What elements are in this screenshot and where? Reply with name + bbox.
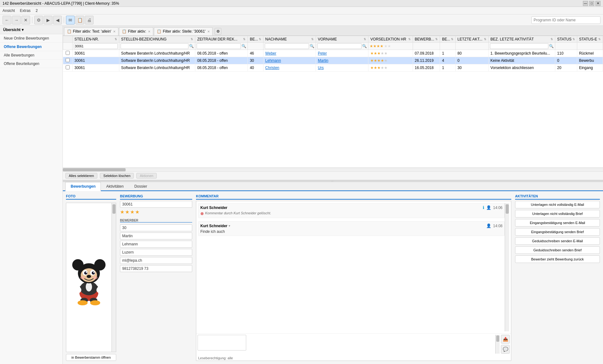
stop-button[interactable]: ✕: [21, 16, 30, 24]
col-stellen-nr[interactable]: STELLEN-NR.⇅: [73, 36, 119, 43]
filter-bez-letzte-input[interactable]: [490, 43, 548, 49]
aktivitaet-btn-3[interactable]: Eingangsbestätigung senden Brief: [515, 228, 600, 236]
kommentar-scroll-area: Kurt Schneider ℹ 👤 14:06 ⊗: [196, 201, 511, 333]
filter-bezeichnung-input[interactable]: [121, 43, 189, 49]
sidebar-item-online[interactable]: Neue Online Bewerbungen: [0, 34, 62, 43]
col-zeitraum[interactable]: ZEITRAUM DER REK...⇅: [195, 36, 248, 43]
menu-2[interactable]: 2: [35, 8, 38, 13]
row2-checkbox-cell[interactable]: [63, 64, 73, 72]
detail-tab-dossier[interactable]: Dossier: [129, 182, 153, 190]
aktionen-button[interactable]: Aktionen: [136, 173, 157, 179]
row2-vorname[interactable]: Urs: [316, 64, 368, 72]
sidebar-item-alle[interactable]: Alle Bewerbungen: [0, 51, 62, 60]
global-search-input[interactable]: [531, 16, 600, 24]
filter-nachname-input[interactable]: [265, 43, 309, 49]
filter-tab-close-2[interactable]: ✕: [207, 30, 210, 33]
action-bar: Alles selektieren Selektion löschen Akti…: [63, 171, 603, 180]
col-status-e[interactable]: STATUS-E⇅: [577, 36, 603, 43]
prev-button[interactable]: ◀: [53, 16, 62, 24]
filter-settings-button[interactable]: ⚙: [215, 28, 221, 35]
filter-vorname-search-icon[interactable]: 🔍: [362, 44, 367, 49]
close-button[interactable]: ✕: [595, 1, 600, 6]
sidebar-header[interactable]: Übersicht ▾: [0, 26, 62, 34]
clipboard-button[interactable]: 📋: [75, 16, 84, 24]
forward-button[interactable]: →: [12, 16, 21, 24]
minimize-button[interactable]: —: [583, 1, 588, 6]
filter-zeitraum-search-icon[interactable]: 🔍: [242, 44, 246, 49]
filter-bez-search-icon[interactable]: 🔍: [549, 44, 554, 49]
comment-reply-button[interactable]: 💬: [501, 345, 510, 354]
comment-author-1: Kurt Schneider: [200, 224, 227, 228]
row0-vorname[interactable]: Peter: [316, 50, 368, 57]
table-hscrollbar[interactable]: [63, 168, 603, 171]
filter-tab-2[interactable]: 📋 Filter aktiv: Stelle: '30061' ✕: [154, 27, 213, 35]
comment-expand-icon-1[interactable]: ▾: [229, 224, 230, 228]
aktivitaet-btn-5[interactable]: Geduidsschreiben senden Brief: [515, 246, 600, 254]
comment-action-buttons: 📤 💬: [501, 335, 510, 354]
menu-ansicht[interactable]: Ansicht: [3, 8, 15, 13]
col-letzte-akt[interactable]: LETZTE AKT...⇅: [455, 36, 488, 43]
col-status[interactable]: STATUS⇅: [555, 36, 577, 43]
comment-input-scrollbar[interactable]: [495, 335, 500, 354]
main-layout: Übersicht ▾ Neue Online Bewerbungen Offe…: [0, 26, 603, 364]
svg-line-9: [81, 285, 84, 288]
aktivitaet-btn-4[interactable]: Geduidsschreiben senden E-Mail: [515, 237, 600, 245]
col-bez-letzte[interactable]: BEZ. LETZTE AKTIVITÄT⇅: [488, 36, 555, 43]
comment-send-button[interactable]: 📤: [501, 335, 510, 344]
filter-bezeichnung-search-icon[interactable]: 🔍: [189, 44, 194, 49]
filter-vorname-input[interactable]: [317, 43, 361, 49]
back-button[interactable]: ←: [3, 16, 11, 24]
row1-vorname[interactable]: Martin: [316, 57, 368, 64]
filter-zeitraum-input[interactable]: [197, 43, 241, 49]
col-be[interactable]: BE...⇅: [248, 36, 263, 43]
col-vorselektion[interactable]: VORSELEKTION HR⇅: [368, 36, 413, 43]
aktivitaet-btn-0[interactable]: Unterlagen nicht vollständig E-Mail: [515, 201, 600, 208]
print-button[interactable]: 🖨: [85, 16, 94, 24]
maximize-button[interactable]: □: [589, 1, 594, 6]
sidebar-item-beurteilungen[interactable]: Offene Beurteilungen: [0, 60, 62, 68]
row0-stellen-nr: 30061: [73, 50, 119, 57]
aktivitaet-btn-2[interactable]: Eingangsbestätigung senden E-Mail: [515, 219, 600, 227]
filter-tab-0[interactable]: 📋 Filter aktiv: Text: 'allein' ✕: [64, 27, 118, 35]
detail-tab-bewerbungen[interactable]: Bewerbungen: [65, 182, 101, 191]
row0-status: 110: [555, 50, 577, 57]
selektion-loeschen-button[interactable]: Selektion löschen: [100, 173, 134, 179]
col-vorname[interactable]: VORNAME⇅: [316, 36, 368, 43]
sidebar-item-offen[interactable]: Offene Bewerbungen: [0, 43, 62, 51]
kommentar-scrollbar[interactable]: [505, 203, 509, 331]
filter-tab-close-0[interactable]: ✕: [113, 30, 116, 33]
alles-selektieren-button[interactable]: Alles selektieren: [65, 173, 97, 179]
svg-point-3: [78, 300, 88, 305]
comment-input[interactable]: [198, 335, 246, 351]
row0-bewerb: 07.09.2018: [413, 50, 440, 57]
filter-stellen-nr-input[interactable]: [74, 43, 118, 49]
menu-bar: Ansicht Extras 2: [0, 7, 603, 14]
row1-checkbox-cell[interactable]: [63, 57, 73, 64]
row2-checkbox[interactable]: [66, 65, 70, 69]
play-button[interactable]: ▶: [44, 16, 52, 24]
settings-button[interactable]: ⚙: [34, 16, 43, 24]
menu-extras[interactable]: Extras: [20, 8, 30, 13]
row1-checkbox[interactable]: [66, 58, 70, 62]
svg-point-18: [84, 271, 87, 275]
open-bewerberstamm-button[interactable]: in Bewerberstamm öffnen: [66, 354, 116, 361]
row0-checkbox-cell[interactable]: [63, 50, 73, 57]
filter-tab-1[interactable]: 📋 Filter aktiv: ✕: [119, 27, 153, 35]
aktivitaet-btn-6[interactable]: Bewerber zieht Bewerbung zurück: [515, 255, 600, 263]
col-bewerb[interactable]: BEWERB...⇅: [413, 36, 440, 43]
filter-tab-close-1[interactable]: ✕: [148, 30, 150, 33]
row0-checkbox[interactable]: [66, 51, 70, 55]
col-bezeichnung[interactable]: STELLEN-BEZEICHNUNG⇅: [119, 36, 195, 43]
row2-nachname[interactable]: Christen: [263, 64, 316, 72]
row0-nachname[interactable]: Weber: [263, 50, 316, 57]
col-nachname[interactable]: NACHNAME⇅: [263, 36, 316, 43]
filter-tab-icon-1: 📋: [122, 29, 127, 34]
row1-nachname[interactable]: Lehmann: [263, 57, 316, 64]
foto-scrollbar[interactable]: [111, 203, 116, 352]
filter-nachname-search-icon[interactable]: 🔍: [310, 44, 314, 49]
aktivitaeten-panel-header: AKTIVITÄTEN: [515, 194, 600, 200]
aktivitaet-btn-1[interactable]: Unterlagen nicht vollständig Brief: [515, 210, 600, 217]
col-be2[interactable]: BE...⇅: [440, 36, 455, 43]
detail-tab-aktivitaeten[interactable]: Aktivitäten: [101, 182, 129, 190]
email-button[interactable]: ✉: [66, 16, 75, 24]
